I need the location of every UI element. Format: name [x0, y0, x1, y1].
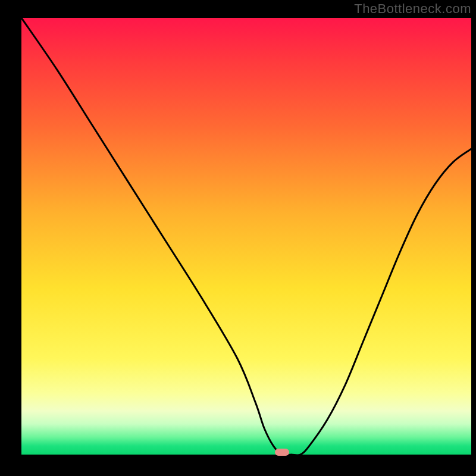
watermark-text: TheBottleneck.com — [354, 1, 471, 17]
plot-area — [21, 18, 471, 455]
chart-frame: TheBottleneck.com — [0, 0, 476, 476]
optimal-marker — [275, 449, 289, 456]
bottleneck-curve — [21, 18, 471, 455]
